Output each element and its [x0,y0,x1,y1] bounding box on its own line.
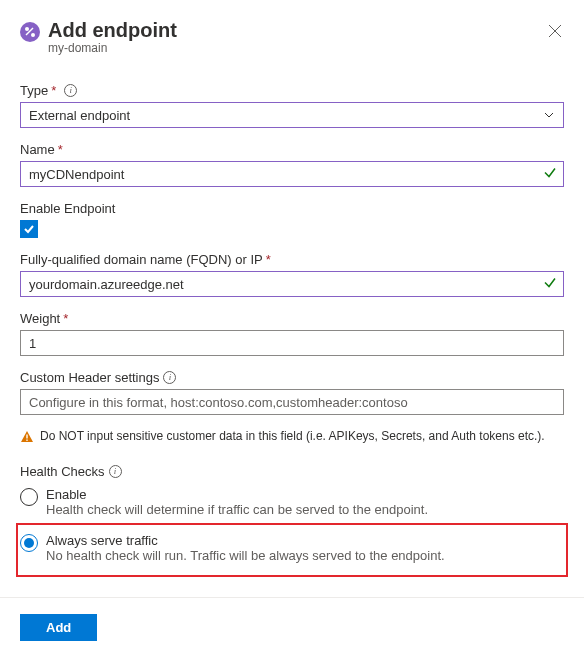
info-icon[interactable]: i [109,465,122,478]
name-label: Name [20,142,55,157]
weight-label: Weight [20,311,60,326]
fqdn-field: Fully-qualified domain name (FQDN) or IP… [20,252,564,297]
close-icon[interactable] [548,24,564,40]
form: Type * i External endpoint Name * myCDNe… [20,83,564,577]
warning-icon [20,430,34,444]
weight-input[interactable]: 1 [20,330,564,356]
add-button[interactable]: Add [20,614,97,641]
required-marker: * [51,83,56,98]
chevron-down-icon [543,109,555,121]
radio-icon [20,488,38,506]
svg-rect-2 [26,435,27,439]
validation-check-icon [543,276,557,293]
svg-point-1 [31,33,35,37]
radio-description: No health check will run. Traffic will b… [46,548,445,563]
name-value: myCDNendpoint [29,167,555,182]
footer-separator [0,597,584,598]
panel-header: Add endpoint my-domain [20,18,564,55]
weight-value: 1 [29,336,555,351]
required-marker: * [58,142,63,157]
custom-header-input[interactable]: Configure in this format, host:contoso.c… [20,389,564,415]
health-checks-radio-group: Enable Health check will determine if tr… [20,483,564,577]
radio-label: Always serve traffic [46,533,445,548]
type-field: Type * i External endpoint [20,83,564,128]
health-checks-label: Health Checks [20,464,105,479]
svg-rect-3 [26,440,27,441]
required-marker: * [266,252,271,267]
required-marker: * [63,311,68,326]
type-value: External endpoint [29,108,130,123]
info-icon[interactable]: i [64,84,77,97]
add-endpoint-panel: Add endpoint my-domain Type * i External… [0,0,584,661]
fqdn-value: yourdomain.azureedge.net [29,277,555,292]
weight-field: Weight * 1 [20,311,564,356]
enable-label: Enable Endpoint [20,201,115,216]
warning-text: Do NOT input sensitive customer data in … [40,429,545,443]
info-icon[interactable]: i [163,371,176,384]
highlighted-option: Always serve traffic No health check wil… [16,523,568,577]
type-label: Type [20,83,48,98]
panel-subtitle: my-domain [48,41,548,55]
validation-check-icon [543,166,557,183]
svg-point-0 [25,27,29,31]
health-enable-option[interactable]: Enable Health check will determine if tr… [20,483,564,523]
health-always-option[interactable]: Always serve traffic No health check wil… [20,529,560,569]
enable-endpoint-field: Enable Endpoint [20,201,564,238]
name-field: Name * myCDNendpoint [20,142,564,187]
panel-title: Add endpoint [48,18,548,42]
type-select[interactable]: External endpoint [20,102,564,128]
custom-header-label: Custom Header settings [20,370,159,385]
fqdn-label: Fully-qualified domain name (FQDN) or IP [20,252,263,267]
name-input[interactable]: myCDNendpoint [20,161,564,187]
radio-icon [20,534,38,552]
enable-checkbox[interactable] [20,220,38,238]
radio-label: Enable [46,487,428,502]
radio-description: Health check will determine if traffic c… [46,502,428,517]
endpoint-icon [20,22,40,42]
warning-message: Do NOT input sensitive customer data in … [20,429,564,444]
custom-header-field: Custom Header settings i Configure in th… [20,370,564,415]
fqdn-input[interactable]: yourdomain.azureedge.net [20,271,564,297]
custom-header-placeholder: Configure in this format, host:contoso.c… [29,395,555,410]
